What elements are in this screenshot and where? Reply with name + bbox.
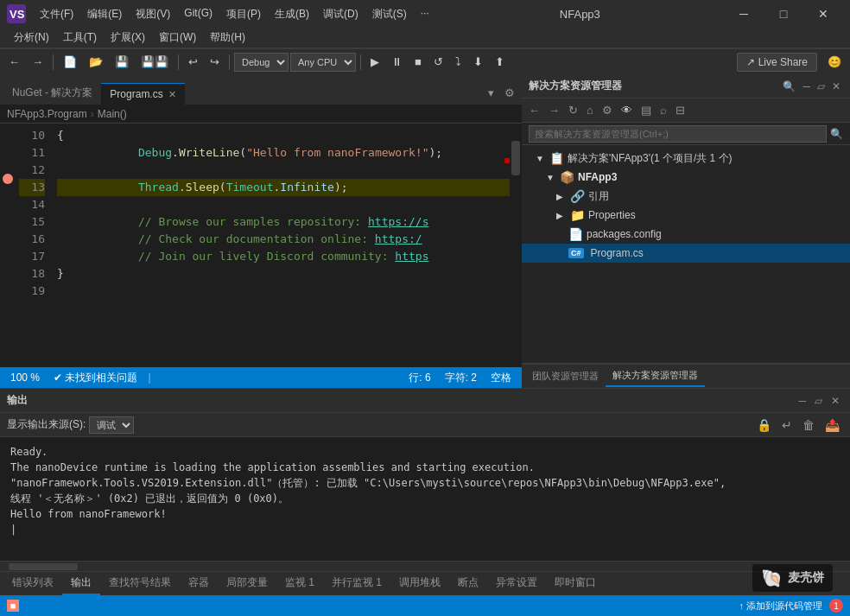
menu-analyze[interactable]: 分析(N) <box>7 27 56 48</box>
sol-float-button[interactable]: ▱ <box>815 79 828 94</box>
output-float-button[interactable]: ▱ <box>811 393 826 409</box>
feedback-button[interactable]: 😊 <box>822 54 847 70</box>
output-wrap-button[interactable]: ↵ <box>778 416 796 434</box>
play-button[interactable]: ▶ <box>365 54 384 70</box>
platform-select[interactable]: Any CPU <box>290 53 356 72</box>
notification-badge[interactable]: 1 <box>829 599 843 613</box>
tab-team-explorer[interactable]: 团队资源管理器 <box>525 366 606 386</box>
line-status[interactable]: 行: 6 <box>405 371 434 385</box>
live-share-button[interactable]: ↗ Live Share <box>737 53 817 72</box>
output-hscroll-thumb[interactable] <box>9 563 78 570</box>
step-in-button[interactable]: ⬇ <box>468 54 488 70</box>
sol-back-button[interactable]: ← <box>525 102 543 118</box>
sol-close-button[interactable]: ✕ <box>829 79 843 94</box>
sol-forward-button[interactable]: → <box>545 102 563 118</box>
tree-item-references[interactable]: ▶ 🔗 引用 <box>522 187 850 206</box>
minimize-button[interactable]: ─ <box>724 0 764 28</box>
tab-call-stack[interactable]: 调用堆栈 <box>390 572 449 595</box>
pause-button[interactable]: ⏸ <box>386 54 408 70</box>
output-pin-button[interactable]: ─ <box>795 393 809 409</box>
properties-icon: 📁 <box>570 208 585 222</box>
menu-git[interactable]: Git(G) <box>177 3 219 25</box>
sol-pin-button[interactable]: ─ <box>800 79 813 94</box>
sol-view-button[interactable]: ▤ <box>638 102 655 118</box>
output-horizontal-scrollbar[interactable] <box>0 561 850 571</box>
tab-immediate[interactable]: 即时窗口 <box>546 572 605 595</box>
tree-item-program[interactable]: C# Program.cs <box>522 244 850 263</box>
tab-watch1[interactable]: 监视 1 <box>276 572 323 595</box>
vertical-scrollbar[interactable] <box>510 124 522 367</box>
project-node[interactable]: ▼ 📦 NFApp3 <box>522 168 850 187</box>
menu-extensions[interactable]: 扩展(X) <box>104 27 152 48</box>
sol-settings-button[interactable]: ⚙ <box>599 102 616 118</box>
tab-parallel-watch[interactable]: 并行监视 1 <box>323 572 390 595</box>
tab-exception-settings[interactable]: 异常设置 <box>487 572 546 595</box>
undo-button[interactable]: ↩ <box>183 54 203 70</box>
col-status[interactable]: 字符: 2 <box>441 371 480 385</box>
tab-settings-button[interactable]: ⚙ <box>501 85 518 101</box>
tab-output[interactable]: 输出 <box>62 572 100 595</box>
open-button[interactable]: 📂 <box>84 54 108 70</box>
tab-dropdown-button[interactable]: ▾ <box>485 85 498 101</box>
zoom-status[interactable]: 100 % <box>7 372 43 384</box>
menu-build[interactable]: 生成(B) <box>268 3 316 25</box>
menu-file[interactable]: 文件(F) <box>33 3 80 25</box>
menu-window[interactable]: 窗口(W) <box>152 27 203 48</box>
tab-close-button[interactable]: ✕ <box>168 89 176 100</box>
add-to-source-button[interactable]: ↑ 添加到源代码管理 <box>739 600 822 613</box>
sol-search-input[interactable] <box>529 125 827 143</box>
menu-test[interactable]: 测试(S) <box>365 3 414 25</box>
restart-button[interactable]: ↺ <box>428 54 448 70</box>
tab-solution-explorer[interactable]: 解决方案资源管理器 <box>606 365 705 387</box>
error-indicator[interactable]: ■ <box>7 600 19 612</box>
output-clear-button[interactable]: 🗑 <box>799 416 818 434</box>
tab-find-results[interactable]: 查找符号结果 <box>100 572 180 595</box>
menu-overflow[interactable]: ··· <box>414 3 436 25</box>
breadcrumb-namespace[interactable]: NFApp3.Program <box>7 108 87 120</box>
tab-locals[interactable]: 局部变量 <box>218 572 276 595</box>
error-status[interactable]: ✔ 未找到相关问题 <box>50 371 141 385</box>
tab-containers[interactable]: 容器 <box>180 572 218 595</box>
redo-button[interactable]: ↪ <box>205 54 225 70</box>
step-over-button[interactable]: ⤵ <box>450 54 466 70</box>
tab-error-list[interactable]: 错误列表 <box>3 572 62 595</box>
menu-help[interactable]: 帮助(H) <box>203 27 252 48</box>
output-content[interactable]: Ready. The nanoDevice runtime is loading… <box>0 437 850 561</box>
tab-program-cs[interactable]: Program.cs ✕ <box>101 83 184 105</box>
sol-show-all-button[interactable]: 👁 <box>618 102 636 118</box>
sol-search-button[interactable]: 🔍 <box>780 79 798 94</box>
code-content[interactable]: { Debug.WriteLine("Hello from nanoFramew… <box>50 124 522 367</box>
scroll-thumb[interactable] <box>511 141 520 175</box>
step-out-button[interactable]: ⬆ <box>490 54 510 70</box>
maximize-button[interactable]: □ <box>764 0 803 28</box>
output-close-button[interactable]: ✕ <box>828 393 843 409</box>
output-open-button[interactable]: 📤 <box>821 416 843 434</box>
menu-edit[interactable]: 编辑(E) <box>80 3 129 25</box>
sol-collapse-button[interactable]: ⊟ <box>672 102 688 118</box>
tab-breakpoints[interactable]: 断点 <box>449 572 487 595</box>
sol-search-icon[interactable]: 🔍 <box>830 128 843 140</box>
close-button[interactable]: ✕ <box>803 0 843 28</box>
new-project-button[interactable]: 📄 <box>58 54 82 70</box>
sol-refresh-button[interactable]: ↻ <box>565 102 581 118</box>
forward-button[interactable]: → <box>27 54 48 70</box>
sol-home-button[interactable]: ⌂ <box>583 102 597 118</box>
tree-item-properties[interactable]: ▶ 📁 Properties <box>522 206 850 225</box>
stop-button[interactable]: ■ <box>409 54 427 70</box>
back-button[interactable]: ← <box>3 54 25 70</box>
debug-config-select[interactable]: Debug <box>234 53 289 72</box>
save-button[interactable]: 💾 <box>110 54 134 70</box>
solution-root[interactable]: ▼ 📋 解决方案'NFApp3'(1 个项目/共 1 个) <box>522 149 850 168</box>
menu-tools[interactable]: 工具(T) <box>56 27 104 48</box>
tree-item-packages[interactable]: 📄 packages.config <box>522 225 850 244</box>
breadcrumb-method[interactable]: Main() <box>98 108 127 120</box>
menu-view[interactable]: 视图(V) <box>129 3 177 25</box>
output-scroll-lock-button[interactable]: 🔒 <box>753 416 775 434</box>
save-all-button[interactable]: 💾💾 <box>136 54 174 70</box>
tab-nuget[interactable]: NuGet - 解决方案 <box>3 81 101 105</box>
menu-debug[interactable]: 调试(D) <box>316 3 365 25</box>
encoding-status[interactable]: 空格 <box>487 371 515 385</box>
output-source-select[interactable]: 调试 <box>89 416 134 434</box>
menu-project[interactable]: 项目(P) <box>219 3 268 25</box>
sol-filter-button[interactable]: ⌕ <box>657 102 670 118</box>
